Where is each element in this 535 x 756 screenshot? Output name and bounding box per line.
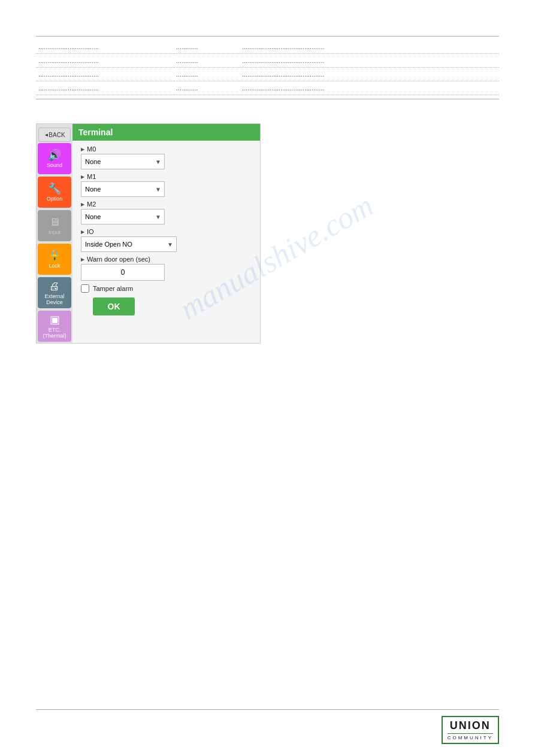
m1-dropdown[interactable]: None Option1 Option2	[81, 181, 165, 197]
sidebar-item-input[interactable]: 🖥 Input	[38, 210, 71, 241]
table-row: ................................. ......…	[36, 81, 499, 95]
table-cell: .................................	[36, 54, 174, 68]
logo-box: UNION COMMUNITY	[442, 716, 499, 744]
table-cell: ........................................…	[240, 54, 499, 68]
sidebar-item-lock[interactable]: 🔒 Lock	[38, 244, 71, 275]
bottom-divider	[36, 99, 499, 99]
m1-dropdown-wrap: None Option1 Option2 ▼	[81, 181, 165, 197]
io-label: IO	[81, 228, 252, 235]
m0-dropdown[interactable]: None Option1 Option2	[81, 154, 165, 169]
tamper-alarm-row: Tamper alarm	[81, 284, 252, 293]
m2-field-group: M2 None Option1 Option2 ▼	[81, 201, 252, 224]
sidebar-external-label: External Device	[39, 294, 70, 306]
table-row: ................................. ......…	[36, 54, 499, 68]
footer-section: UNION COMMUNITY	[0, 703, 535, 756]
warn-door-label: Warn door open (sec)	[81, 256, 252, 263]
lock-icon: 🔒	[48, 249, 61, 262]
table-row: ................................. ......…	[36, 40, 499, 54]
sidebar-item-etc[interactable]: ▣ ETC. (Thermal)	[38, 311, 71, 342]
table-cell: .................................	[36, 68, 174, 81]
table-cell: ............	[174, 54, 240, 68]
panel-title: Terminal	[78, 127, 113, 137]
m2-dropdown[interactable]: None Option1 Option2	[81, 209, 165, 224]
table-cell: ........................................…	[240, 81, 499, 95]
top-section: ................................. ......…	[0, 0, 535, 111]
panel-header: Terminal	[72, 124, 260, 141]
sidebar-etc-label: ETC. (Thermal)	[39, 327, 70, 339]
table-cell: ........................................…	[240, 40, 499, 54]
panel-main: M0 None Option1 Option2 ▼ M1	[72, 141, 260, 343]
ok-button[interactable]: OK	[93, 297, 135, 315]
m1-field-group: M1 None Option1 Option2 ▼	[81, 173, 252, 197]
logo-main-text: UNION	[450, 719, 491, 732]
table-cell: ............	[174, 68, 240, 81]
sound-icon: 🔊	[48, 148, 61, 162]
io-dropdown[interactable]: Inside Open NO Inside Open NC Outside Op…	[81, 236, 177, 252]
sidebar-item-option[interactable]: 🔧 Option	[38, 177, 71, 208]
sidebar-lock-label: Lock	[49, 263, 60, 269]
m2-label: M2	[81, 201, 252, 208]
sidebar: BACK 🔊 Sound 🔧 Option 🖥 Input 🔒 Lock	[37, 124, 72, 343]
footer-divider	[36, 709, 499, 710]
sidebar-item-external-device[interactable]: 🖨 External Device	[38, 277, 71, 308]
main-content: BACK 🔊 Sound 🔧 Option 🖥 Input 🔒 Lock	[0, 111, 535, 356]
table-cell: .................................	[36, 40, 174, 54]
logo-sub-text: COMMUNITY	[448, 733, 493, 740]
warn-door-field-group: Warn door open (sec)	[81, 256, 252, 281]
back-button[interactable]: BACK	[38, 127, 71, 142]
top-table: ................................. ......…	[36, 40, 499, 95]
m2-dropdown-wrap: None Option1 Option2 ▼	[81, 209, 165, 224]
sidebar-input-label: Input	[49, 230, 61, 236]
option-icon: 🔧	[48, 182, 61, 195]
io-field-group: IO Inside Open NO Inside Open NC Outside…	[81, 228, 252, 252]
ui-panel: BACK 🔊 Sound 🔧 Option 🖥 Input 🔒 Lock	[36, 123, 261, 344]
m1-label: M1	[81, 173, 252, 180]
m0-dropdown-wrap: None Option1 Option2 ▼	[81, 154, 165, 169]
sidebar-item-sound[interactable]: 🔊 Sound	[38, 143, 71, 174]
sidebar-option-label: Option	[47, 196, 63, 202]
m0-field-group: M0 None Option1 Option2 ▼	[81, 145, 252, 169]
top-divider	[36, 36, 499, 37]
warn-door-input[interactable]	[81, 264, 165, 281]
back-label: BACK	[49, 132, 65, 138]
input-icon: 🖥	[49, 216, 60, 229]
table-cell: ........................................…	[240, 68, 499, 81]
table-cell: .................................	[36, 81, 174, 95]
footer-logo: UNION COMMUNITY	[36, 716, 499, 744]
table-cell: ............	[174, 81, 240, 95]
panel-body: Terminal M0 None Option1 Option2 ▼	[72, 124, 260, 343]
table-row: ................................. ......…	[36, 68, 499, 81]
sidebar-sound-label: Sound	[47, 163, 62, 169]
m0-label: M0	[81, 145, 252, 153]
io-dropdown-wrap: Inside Open NO Inside Open NC Outside Op…	[81, 236, 177, 252]
table-cell: ............	[174, 40, 240, 54]
tamper-alarm-label: Tamper alarm	[93, 285, 133, 292]
etc-icon: ▣	[50, 313, 60, 326]
external-device-icon: 🖨	[49, 280, 60, 293]
tamper-alarm-checkbox[interactable]	[81, 284, 89, 293]
